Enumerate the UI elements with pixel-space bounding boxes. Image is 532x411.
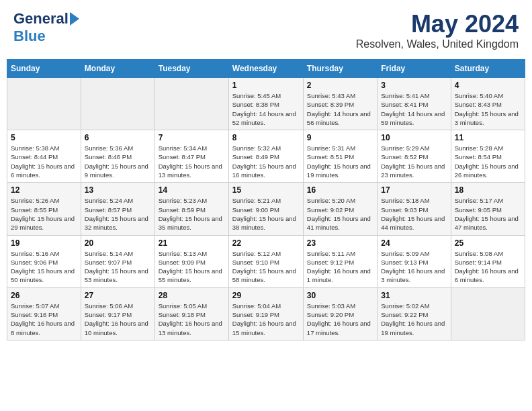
calendar-cell: 19Sunrise: 5:16 AMSunset: 9:06 PMDayligh… xyxy=(7,235,81,287)
day-info: Sunrise: 5:12 AMSunset: 9:10 PMDaylight:… xyxy=(232,249,300,285)
calendar-cell: 23Sunrise: 5:11 AMSunset: 9:12 PMDayligh… xyxy=(303,235,377,287)
day-number: 18 xyxy=(455,185,521,195)
day-number: 23 xyxy=(307,238,373,248)
title-block: May 2024 Resolven, Wales, United Kingdom xyxy=(356,10,519,50)
day-number: 6 xyxy=(85,133,151,142)
day-info: Sunrise: 5:24 AMSunset: 8:57 PMDaylight:… xyxy=(85,196,151,232)
calendar-cell: 5Sunrise: 5:38 AMSunset: 8:44 PMDaylight… xyxy=(7,130,81,183)
weekday-header-friday: Friday xyxy=(378,60,451,78)
day-number: 25 xyxy=(455,238,521,248)
day-info: Sunrise: 5:23 AMSunset: 8:59 PMDaylight:… xyxy=(159,196,225,232)
day-number: 27 xyxy=(85,291,151,300)
page-header: General Blue May 2024 Resolven, Wales, U… xyxy=(7,7,525,54)
day-number: 13 xyxy=(85,185,151,195)
day-info: Sunrise: 5:45 AMSunset: 8:38 PMDaylight:… xyxy=(232,91,300,127)
day-number: 17 xyxy=(381,185,447,195)
day-number: 9 xyxy=(307,133,373,142)
calendar-cell: 10Sunrise: 5:29 AMSunset: 8:52 PMDayligh… xyxy=(378,130,451,183)
day-info: Sunrise: 5:34 AMSunset: 8:47 PMDaylight:… xyxy=(159,144,225,179)
calendar-cell: 25Sunrise: 5:08 AMSunset: 9:14 PMDayligh… xyxy=(451,235,525,287)
calendar-cell: 16Sunrise: 5:20 AMSunset: 9:02 PMDayligh… xyxy=(303,183,377,235)
calendar-week-row: 26Sunrise: 5:07 AMSunset: 9:16 PMDayligh… xyxy=(7,287,525,340)
location-title: Resolven, Wales, United Kingdom xyxy=(356,38,519,50)
day-info: Sunrise: 5:18 AMSunset: 9:03 PMDaylight:… xyxy=(381,196,447,232)
calendar-cell: 22Sunrise: 5:12 AMSunset: 9:10 PMDayligh… xyxy=(228,235,303,287)
calendar-cell: 31Sunrise: 5:02 AMSunset: 9:22 PMDayligh… xyxy=(378,287,451,340)
weekday-header-monday: Monday xyxy=(81,60,154,78)
calendar-cell: 18Sunrise: 5:17 AMSunset: 9:05 PMDayligh… xyxy=(451,183,525,235)
calendar-cell: 1Sunrise: 5:45 AMSunset: 8:38 PMDaylight… xyxy=(228,78,303,130)
day-number: 11 xyxy=(455,133,521,142)
day-info: Sunrise: 5:16 AMSunset: 9:06 PMDaylight:… xyxy=(11,249,77,285)
calendar-header: SundayMondayTuesdayWednesdayThursdayFrid… xyxy=(7,60,525,78)
calendar-cell: 24Sunrise: 5:09 AMSunset: 9:13 PMDayligh… xyxy=(378,235,451,287)
calendar-cell: 3Sunrise: 5:41 AMSunset: 8:41 PMDaylight… xyxy=(378,78,451,130)
calendar-cell: 8Sunrise: 5:32 AMSunset: 8:49 PMDaylight… xyxy=(228,130,303,183)
day-info: Sunrise: 5:02 AMSunset: 9:22 PMDaylight:… xyxy=(381,302,447,337)
day-info: Sunrise: 5:17 AMSunset: 9:05 PMDaylight:… xyxy=(455,196,521,232)
day-info: Sunrise: 5:28 AMSunset: 8:54 PMDaylight:… xyxy=(455,144,521,179)
month-title: May 2024 xyxy=(356,10,519,38)
day-info: Sunrise: 5:20 AMSunset: 9:02 PMDaylight:… xyxy=(307,196,373,232)
day-number: 24 xyxy=(381,238,447,248)
calendar-cell: 20Sunrise: 5:14 AMSunset: 9:07 PMDayligh… xyxy=(81,235,154,287)
weekday-header-row: SundayMondayTuesdayWednesdayThursdayFrid… xyxy=(7,60,525,78)
calendar-cell: 13Sunrise: 5:24 AMSunset: 8:57 PMDayligh… xyxy=(81,183,154,235)
calendar-cell: 14Sunrise: 5:23 AMSunset: 8:59 PMDayligh… xyxy=(154,183,228,235)
weekday-header-thursday: Thursday xyxy=(303,60,377,78)
day-info: Sunrise: 5:11 AMSunset: 9:12 PMDaylight:… xyxy=(307,249,373,285)
day-info: Sunrise: 5:03 AMSunset: 9:20 PMDaylight:… xyxy=(307,302,373,337)
calendar-cell: 30Sunrise: 5:03 AMSunset: 9:20 PMDayligh… xyxy=(303,287,377,340)
calendar-week-row: 5Sunrise: 5:38 AMSunset: 8:44 PMDaylight… xyxy=(7,130,525,183)
day-info: Sunrise: 5:41 AMSunset: 8:41 PMDaylight:… xyxy=(381,91,447,127)
day-number: 12 xyxy=(11,185,77,195)
calendar-cell: 12Sunrise: 5:26 AMSunset: 8:55 PMDayligh… xyxy=(7,183,81,235)
calendar-week-row: 12Sunrise: 5:26 AMSunset: 8:55 PMDayligh… xyxy=(7,183,525,235)
day-number: 28 xyxy=(159,291,225,300)
day-info: Sunrise: 5:29 AMSunset: 8:52 PMDaylight:… xyxy=(381,144,447,179)
calendar-cell: 26Sunrise: 5:07 AMSunset: 9:16 PMDayligh… xyxy=(7,287,81,340)
calendar-body: 1Sunrise: 5:45 AMSunset: 8:38 PMDaylight… xyxy=(7,78,525,340)
day-info: Sunrise: 5:32 AMSunset: 8:49 PMDaylight:… xyxy=(232,144,300,179)
day-info: Sunrise: 5:40 AMSunset: 8:43 PMDaylight:… xyxy=(455,91,521,127)
day-info: Sunrise: 5:43 AMSunset: 8:39 PMDaylight:… xyxy=(307,91,373,127)
day-number: 31 xyxy=(381,291,447,300)
day-number: 5 xyxy=(11,133,77,142)
logo-arrow-icon xyxy=(70,12,79,26)
day-info: Sunrise: 5:36 AMSunset: 8:46 PMDaylight:… xyxy=(85,144,151,179)
day-info: Sunrise: 5:09 AMSunset: 9:13 PMDaylight:… xyxy=(381,249,447,285)
day-info: Sunrise: 5:07 AMSunset: 9:16 PMDaylight:… xyxy=(11,302,77,337)
calendar-cell xyxy=(7,78,81,130)
day-info: Sunrise: 5:05 AMSunset: 9:18 PMDaylight:… xyxy=(159,302,225,337)
calendar-cell: 6Sunrise: 5:36 AMSunset: 8:46 PMDaylight… xyxy=(81,130,154,183)
day-info: Sunrise: 5:38 AMSunset: 8:44 PMDaylight:… xyxy=(11,144,77,179)
day-info: Sunrise: 5:04 AMSunset: 9:19 PMDaylight:… xyxy=(232,302,300,337)
calendar-cell: 7Sunrise: 5:34 AMSunset: 8:47 PMDaylight… xyxy=(154,130,228,183)
day-number: 7 xyxy=(159,133,225,142)
calendar-cell: 21Sunrise: 5:13 AMSunset: 9:09 PMDayligh… xyxy=(154,235,228,287)
calendar-table: SundayMondayTuesdayWednesdayThursdayFrid… xyxy=(7,59,525,340)
calendar-cell xyxy=(451,287,525,340)
calendar-cell xyxy=(154,78,228,130)
day-number: 20 xyxy=(85,238,151,248)
weekday-header-saturday: Saturday xyxy=(451,60,525,78)
logo-general-text: General xyxy=(13,10,69,28)
calendar-cell: 29Sunrise: 5:04 AMSunset: 9:19 PMDayligh… xyxy=(228,287,303,340)
calendar-cell xyxy=(81,78,154,130)
day-number: 26 xyxy=(11,291,77,300)
day-number: 4 xyxy=(455,81,521,90)
day-info: Sunrise: 5:13 AMSunset: 9:09 PMDaylight:… xyxy=(159,249,225,285)
day-number: 30 xyxy=(307,291,373,300)
weekday-header-wednesday: Wednesday xyxy=(228,60,303,78)
calendar-week-row: 19Sunrise: 5:16 AMSunset: 9:06 PMDayligh… xyxy=(7,235,525,287)
logo-blue-text: Blue xyxy=(13,28,46,45)
calendar-cell: 27Sunrise: 5:06 AMSunset: 9:17 PMDayligh… xyxy=(81,287,154,340)
weekday-header-tuesday: Tuesday xyxy=(154,60,228,78)
day-info: Sunrise: 5:21 AMSunset: 9:00 PMDaylight:… xyxy=(232,196,300,232)
weekday-header-sunday: Sunday xyxy=(7,60,81,78)
day-number: 15 xyxy=(232,185,300,195)
day-info: Sunrise: 5:31 AMSunset: 8:51 PMDaylight:… xyxy=(307,144,373,179)
day-number: 29 xyxy=(232,291,300,300)
calendar-week-row: 1Sunrise: 5:45 AMSunset: 8:38 PMDaylight… xyxy=(7,78,525,130)
logo: General Blue xyxy=(13,10,79,45)
